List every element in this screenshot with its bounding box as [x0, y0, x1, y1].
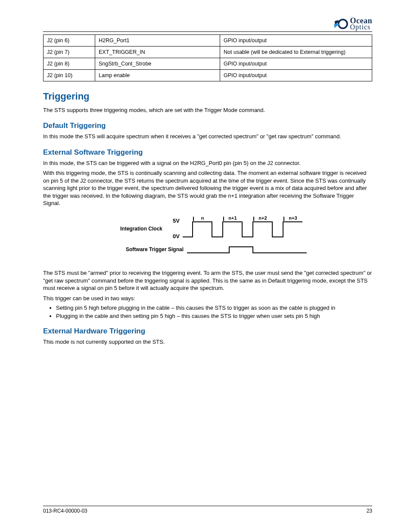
table-cell: GPIO input/output — [220, 34, 372, 46]
table-row: J2 (pin 7)EXT_TRIGGER_INNot usable (will… — [44, 46, 372, 58]
table-cell: J2 (pin 10) — [44, 69, 95, 81]
timing-diagram: Integration Clock Software Trigger Signa… — [104, 213, 311, 265]
diagram-marker-1: n+1 — [228, 215, 237, 221]
pin-table: J2 (pin 6)H2RG_Port1GPIO input/outputJ2 … — [43, 34, 372, 81]
table-cell: Lamp enable — [95, 69, 220, 81]
table-cell: EXT_TRIGGER_IN — [95, 46, 220, 58]
page-footer: 013-RC4-00000-03 23 — [43, 506, 372, 514]
ext-sw-p2: With this triggering mode, the STS is co… — [43, 169, 372, 207]
diagram-5v: 5V — [173, 218, 180, 224]
header-rule — [43, 31, 372, 32]
table-cell: SngStrb_Cont_Strobe — [95, 58, 220, 69]
table-row: J2 (pin 10)Lamp enableGPIO input/output — [44, 69, 372, 81]
diagram-0v: 0V — [173, 233, 180, 240]
ext-hw-p: This mode is not currently supported on … — [43, 338, 372, 346]
heading-ext-sw-trigger: External Software Triggering — [43, 148, 372, 157]
list-item: Setting pin 5 high before plugging in th… — [56, 305, 372, 311]
logo-text-line2: Optics — [350, 24, 373, 30]
list-item: Plugging in the cable and then setting p… — [56, 313, 372, 319]
table-cell: J2 (pin 8) — [44, 58, 95, 69]
triggering-intro: The STS supports three triggering modes,… — [43, 106, 372, 114]
footer-doc-id: 013-RC4-00000-03 — [43, 508, 87, 514]
ext-sw-p3: The STS must be "armed" prior to receivi… — [43, 269, 372, 292]
heading-triggering: Triggering — [43, 91, 372, 102]
heading-ext-hw-trigger: External Hardware Triggering — [43, 327, 372, 336]
table-row: J2 (pin 8)SngStrb_Cont_StrobeGPIO input/… — [44, 58, 372, 69]
table-cell: H2RG_Port1 — [95, 34, 220, 46]
ocean-optics-icon — [333, 17, 349, 30]
ext-sw-p1: In this mode, the STS can be triggered w… — [43, 159, 372, 167]
diagram-label-clock: Integration Clock — [120, 226, 162, 232]
svg-point-0 — [338, 20, 347, 28]
table-cell: J2 (pin 6) — [44, 34, 95, 46]
table-cell: GPIO input/output — [220, 69, 372, 81]
heading-default-triggering: Default Triggering — [43, 121, 372, 130]
table-cell: J2 (pin 7) — [44, 46, 95, 58]
diagram-marker-3: n+3 — [289, 215, 297, 221]
brand-logo: Ocean Optics — [333, 17, 373, 31]
diagram-marker-0: n — [201, 215, 204, 221]
ext-sw-p4: This trigger can be used in two ways: — [43, 295, 372, 302]
trigger-bullet-list: Setting pin 5 high before plugging in th… — [56, 305, 372, 319]
table-cell: GPIO input/output — [220, 58, 372, 69]
logo-row: Ocean Optics — [43, 17, 372, 31]
diagram-label-trigger: Software Trigger Signal — [126, 246, 184, 252]
default-triggering-text: In this mode the STS will acquire spectr… — [43, 133, 372, 140]
footer-page-number: 23 — [367, 508, 372, 514]
table-row: J2 (pin 6)H2RG_Port1GPIO input/output — [44, 34, 372, 46]
diagram-marker-2: n+2 — [258, 215, 267, 221]
table-cell: Not usable (will be dedicated to Externa… — [220, 46, 372, 58]
